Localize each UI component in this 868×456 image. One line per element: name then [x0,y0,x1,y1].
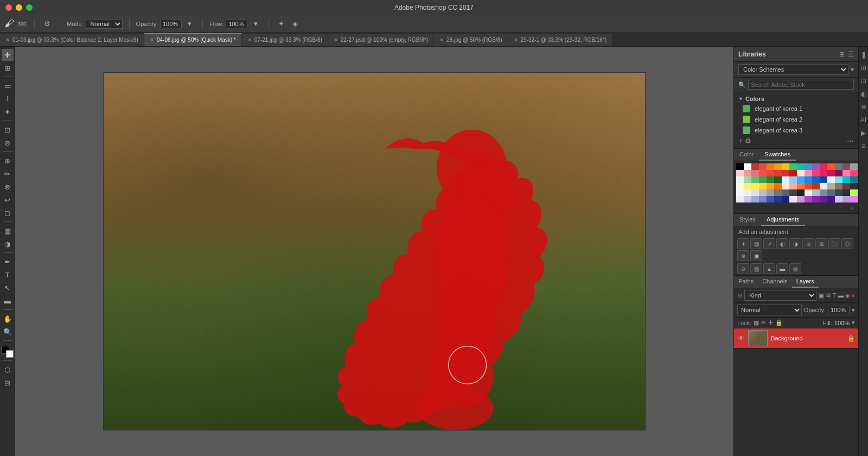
hand-tool[interactable]: ✋ [2,313,14,325]
swatch-red-dark[interactable] [751,163,759,170]
adj-vibrance-icon[interactable]: ◑ [789,238,801,249]
move-tool[interactable]: ✛ [2,49,14,61]
swatch-br4[interactable] [843,183,850,189]
brush-tool-icon[interactable]: 🖌 [4,18,14,29]
tab-close-01-03[interactable]: ✕ [5,37,10,43]
swatch-yellow[interactable] [782,163,789,170]
lock-transparent-icon[interactable]: ▦ [754,319,759,326]
swatches-options-icon[interactable]: ≡ [851,204,854,210]
swatch-c1[interactable] [827,176,835,183]
adj-photofilter-icon[interactable]: ⬡ [841,238,853,249]
swatch-teal[interactable] [797,163,805,170]
swatch-p1[interactable] [797,170,805,176]
swatch-r6[interactable] [774,170,782,176]
styles-tab[interactable]: Styles [734,214,761,226]
library-dropdown-arrow[interactable]: ▾ [851,66,854,73]
color-tab[interactable]: Color [734,149,759,161]
swatch-r5[interactable] [767,170,774,176]
swatch-gr2[interactable] [744,189,751,196]
swatch-r2[interactable] [744,170,751,176]
swatch-p6[interactable] [835,170,843,176]
lock-position-icon[interactable]: ✛ [768,319,773,326]
swatch-la1[interactable] [850,189,858,196]
dodge-tool[interactable]: ◑ [2,238,14,250]
minimize-button[interactable] [16,4,22,11]
swatch-r1[interactable] [736,170,744,176]
swatch-orange[interactable] [767,163,774,170]
swatch-p3[interactable] [812,170,820,176]
tab-22-27[interactable]: ✕ 22-27.psd @ 100% (empty, RGB/8*) [328,33,434,46]
colors-options-icon[interactable]: ⋯ [847,137,854,145]
color-item-3[interactable]: elegant of korea 3 [734,125,858,136]
filter-smart-icon[interactable]: ◈ [845,292,850,299]
swatch-p5[interactable] [827,170,835,176]
artboard-tool[interactable]: ⊞ [2,62,14,74]
clone-tool[interactable]: ⊗ [2,181,14,193]
swatch-grey[interactable] [850,163,858,170]
lasso-tool[interactable]: ⌇ [2,93,14,105]
swatch-gr1[interactable] [736,189,744,196]
swatch-y2[interactable] [744,183,751,189]
fill-dropdown-icon[interactable]: ▾ [852,319,855,326]
blend-mode-select[interactable]: Normal Multiply Screen [737,305,802,315]
adj-exposure-icon[interactable]: ◐ [776,238,788,249]
swatch-o4[interactable] [805,183,812,189]
color-item-2[interactable]: elegant of korea 2 [734,114,858,125]
screen-mode-tool[interactable]: ⊟ [2,377,14,389]
swatch-g5[interactable] [767,176,774,183]
swatch-dv4[interactable] [812,196,820,202]
swatch-in1[interactable] [736,196,744,202]
swatch-gr3[interactable] [751,189,759,196]
opacity-dropdown-icon-layers[interactable]: ▾ [852,307,855,314]
panel-toggle-3[interactable]: ◐ [861,90,866,98]
paths-tab[interactable]: Paths [734,276,758,288]
panel-toggle-6[interactable]: ▶ [861,129,866,137]
swatch-blue[interactable] [805,163,812,170]
adj-posterize-icon[interactable]: ▥ [750,263,762,274]
swatch-c4[interactable] [850,176,858,183]
filter-adj-icon[interactable]: ⚙ [826,292,831,299]
swatch-dv5[interactable] [820,196,827,202]
adj-selectivecolor-icon[interactable]: ◍ [789,263,801,274]
foreground-background-colors[interactable] [2,346,14,358]
eyedropper-tool[interactable]: ⊘ [2,137,14,149]
background-color[interactable] [6,350,14,358]
tab-close-07-21[interactable]: ✕ [247,37,252,43]
adj-gradmap-icon[interactable]: ▬ [776,263,788,274]
swatch-g4[interactable] [759,176,767,183]
swatch-dv1[interactable] [789,196,797,202]
search-input[interactable] [748,80,854,90]
opacity-value-input[interactable] [828,306,850,314]
swatch-br5[interactable] [850,183,858,189]
swatch-g6[interactable] [774,176,782,183]
swatch-pa2[interactable] [850,170,858,176]
swatch-bg3[interactable] [820,189,827,196]
type-tool[interactable]: T [2,269,14,281]
swatch-b5[interactable] [812,176,820,183]
swatch-c2[interactable] [835,176,843,183]
swatch-gr5[interactable] [767,189,774,196]
channels-tab[interactable]: Channels [758,276,792,288]
layer-row-background[interactable]: 👁 Background 🔒 [734,328,858,349]
libraries-menu-icon[interactable]: ☰ [848,50,854,58]
filter-pixel-icon[interactable]: ▣ [819,292,824,299]
colors-section-header[interactable]: ▼ Colors [734,94,858,103]
lock-pixels-icon[interactable]: ✏ [761,319,766,326]
adj-bw-icon[interactable]: ⬛ [828,238,840,249]
swatch-white[interactable] [744,163,751,170]
canvas-image[interactable] [104,73,645,430]
swatch-dv9[interactable] [850,196,858,202]
adj-levels-icon[interactable]: ▤ [750,238,762,249]
filter-icon[interactable]: ⚙ [745,137,751,145]
tab-close-22-27[interactable]: ✕ [334,37,338,43]
rect-select-tool[interactable]: ▭ [2,80,14,92]
tab-29-32[interactable]: ✕ 29-32-1 @ 33.3% (29-32, RGB/16*) [508,33,613,46]
swatch-br3[interactable] [835,183,843,189]
quick-mask-tool[interactable]: ⬡ [2,364,14,376]
swatch-bg6[interactable] [843,189,850,196]
tab-close-04-06[interactable]: ✕ [150,37,154,43]
panel-toggle-1[interactable]: ⊞ [861,64,866,72]
color-item-1[interactable]: elegant of korea 1 [734,103,858,114]
swatch-gr6[interactable] [774,189,782,196]
swatch-yellow-orange[interactable] [774,163,782,170]
